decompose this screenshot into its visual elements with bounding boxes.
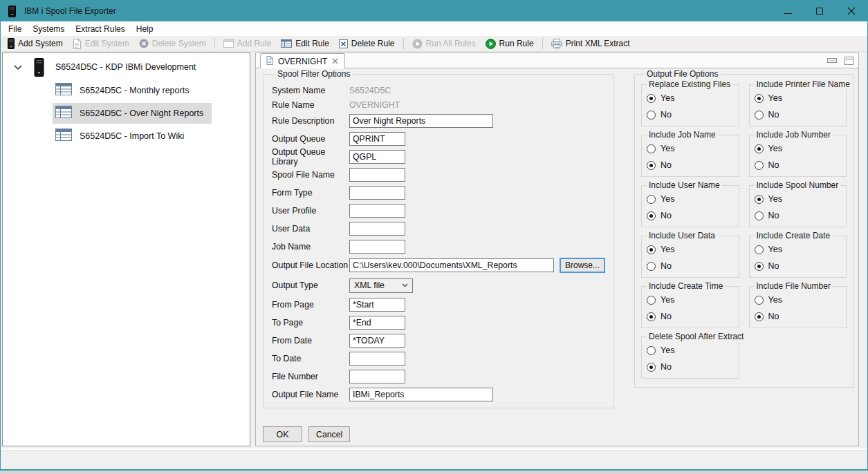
radio-icon[interactable]	[755, 161, 764, 170]
run-rule-button[interactable]: Run Rule	[481, 37, 539, 50]
maximize-editor-icon[interactable]	[844, 57, 853, 65]
radio-icon[interactable]	[755, 211, 764, 220]
spool-file-name-input[interactable]	[349, 168, 405, 182]
radio-no[interactable]: No	[755, 309, 838, 324]
radio-icon[interactable]	[755, 144, 764, 153]
radio-group-include-job-number: Include Job Number Yes No	[749, 135, 847, 177]
minimize-editor-icon[interactable]	[827, 58, 837, 64]
menu-systems[interactable]: Systems	[27, 24, 70, 34]
maximize-button[interactable]	[804, 1, 835, 21]
tree-item-content: S6524D5C - Import To Wiki	[53, 126, 192, 146]
radio-icon[interactable]	[755, 312, 764, 321]
radio-yes[interactable]: Yes	[647, 242, 730, 257]
radio-yes[interactable]: Yes	[755, 191, 838, 207]
to-page-input[interactable]	[349, 316, 405, 330]
radio-icon[interactable]	[755, 195, 764, 204]
radio-yes[interactable]: Yes	[647, 191, 730, 207]
tree-item-label: S6524D5C - Monthly reports	[80, 86, 189, 95]
radio-no[interactable]: No	[755, 258, 838, 274]
radio-no[interactable]: No	[755, 107, 838, 122]
toolbar: Add System Edit System Delete System Add…	[1, 36, 867, 52]
delete-circle-icon	[139, 39, 149, 48]
print-xml-extract-button[interactable]: Print XML Extract	[546, 37, 635, 50]
radio-no[interactable]: No	[755, 158, 838, 173]
radio-yes[interactable]: Yes	[647, 343, 730, 358]
radio-yes[interactable]: Yes	[755, 91, 838, 106]
output-file-location-input[interactable]	[349, 258, 554, 272]
radio-icon[interactable]	[647, 195, 656, 204]
radio-no[interactable]: No	[647, 208, 730, 223]
play-circle-icon	[412, 39, 423, 49]
tree-item-over-night-reports[interactable]: S6524D5C - Over Night Reports	[3, 102, 250, 124]
tree-item-content: S6524D5C - Over Night Reports	[53, 103, 212, 124]
form-row-job-name: Job Name	[272, 238, 605, 256]
radio-icon[interactable]	[647, 346, 656, 355]
radio-yes[interactable]: Yes	[755, 242, 838, 257]
tree-item-monthly-reports[interactable]: S6524D5C - Monthly reports	[3, 79, 250, 102]
radio-icon[interactable]	[647, 94, 656, 103]
to-date-input[interactable]	[349, 352, 405, 366]
user-data-input[interactable]	[349, 222, 405, 236]
radio-icon[interactable]	[647, 312, 656, 321]
minimize-button[interactable]	[772, 1, 804, 21]
radio-no[interactable]: No	[647, 258, 730, 274]
radio-icon[interactable]	[755, 111, 764, 120]
radio-icon[interactable]	[755, 94, 764, 103]
radio-yes[interactable]: Yes	[647, 292, 730, 307]
form-row-user-data: User Data	[272, 220, 605, 238]
form-type-input[interactable]	[349, 186, 405, 200]
file-number-input[interactable]	[349, 370, 405, 383]
radio-yes[interactable]: Yes	[755, 141, 838, 156]
edit-rule-button[interactable]: Edit Rule	[276, 37, 334, 50]
add-system-button[interactable]: Add System	[3, 37, 68, 50]
radio-icon[interactable]	[647, 363, 656, 372]
close-button[interactable]	[835, 1, 867, 21]
tab-overnight[interactable]: OVERNIGHT	[260, 53, 345, 68]
output-file-name-input[interactable]	[349, 388, 493, 401]
radio-icon[interactable]	[647, 161, 656, 170]
radio-icon[interactable]	[755, 245, 764, 254]
radio-yes[interactable]: Yes	[647, 91, 730, 106]
radio-icon[interactable]	[647, 144, 656, 153]
server-app-icon	[8, 6, 16, 17]
browse-button[interactable]: Browse...	[560, 258, 605, 273]
job-name-input[interactable]	[349, 240, 405, 254]
output-queue-library-input[interactable]	[349, 150, 405, 164]
from-date-input[interactable]	[349, 334, 405, 348]
radio-icon[interactable]	[755, 296, 764, 305]
radio-icon[interactable]	[647, 211, 656, 220]
menu-help[interactable]: Help	[131, 24, 159, 34]
radio-icon[interactable]	[647, 111, 656, 120]
radio-no[interactable]: No	[647, 309, 730, 324]
radio-yes[interactable]: Yes	[755, 292, 838, 307]
toolbar-button-label: Add Rule	[237, 39, 271, 48]
radio-icon[interactable]	[647, 262, 656, 271]
form-row-to-date: To Date	[272, 350, 605, 368]
rule-description-input[interactable]	[349, 114, 493, 128]
radio-no[interactable]: No	[755, 208, 838, 223]
radio-group-include-spool-number: Include Spool Number Yes No	[749, 185, 847, 227]
radio-no[interactable]: No	[647, 359, 730, 375]
output-type-select[interactable]: XML file	[349, 278, 413, 293]
form-row-output-file-location: Output File Location Browse...	[272, 256, 605, 275]
menu-file[interactable]: File	[3, 24, 27, 34]
tree-item-import-to-wiki[interactable]: S6524D5C - Import To Wiki	[3, 124, 250, 147]
chevron-down-icon[interactable]	[14, 65, 22, 70]
tree-root-system[interactable]: S6524D5C - KDP IBMi Development	[3, 55, 250, 79]
cancel-button[interactable]: Cancel	[308, 426, 350, 442]
radio-icon[interactable]	[647, 245, 656, 254]
radio-no[interactable]: No	[647, 158, 730, 173]
edit-system-button: Edit System	[68, 37, 134, 50]
radio-icon[interactable]	[755, 262, 764, 271]
menu-extract-rules[interactable]: Extract Rules	[70, 24, 130, 34]
delete-rule-button[interactable]: Delete Rule	[334, 37, 400, 50]
output-queue-input[interactable]	[349, 132, 405, 146]
form-row-output-queue-library: Output Queue Library	[272, 148, 605, 166]
radio-yes[interactable]: Yes	[647, 141, 730, 156]
tab-close-icon[interactable]	[331, 57, 339, 65]
ok-button[interactable]: OK	[263, 426, 302, 442]
radio-icon[interactable]	[647, 296, 656, 305]
user-profile-input[interactable]	[349, 204, 405, 218]
from-page-input[interactable]	[349, 298, 405, 312]
radio-no[interactable]: No	[647, 107, 730, 122]
